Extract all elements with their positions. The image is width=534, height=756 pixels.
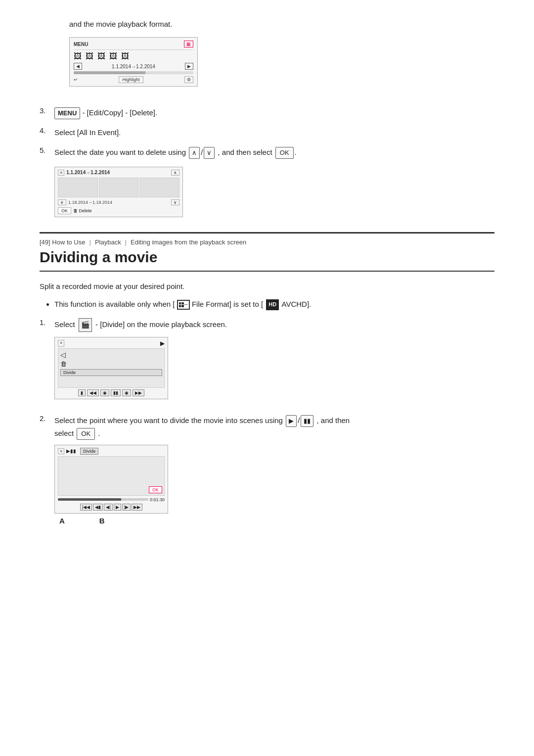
dm-cell-2: [99, 178, 139, 197]
body-text: Split a recorded movie at your desired p…: [40, 281, 494, 292]
pm-ctrl-rew: ◀◀: [87, 389, 99, 396]
bullet-text-before: This function is available only when [: [54, 300, 175, 308]
divide-icon: 🎬: [79, 318, 92, 332]
dvm-ok: OK: [149, 486, 162, 493]
dvm-divide-label: Divide: [80, 448, 98, 455]
dm-grid: [58, 178, 179, 197]
dvm-controls: |◀◀ ◀▮ ◀| ▶ |▶ ▶▶: [58, 504, 165, 511]
nav-right: ▶: [185, 63, 193, 70]
back-btn: ↩: [74, 77, 78, 82]
dvm-ctrl-1: |◀◀: [80, 504, 92, 511]
breadcrumb-sep1: |: [89, 238, 91, 246]
menu-mockup: MENU ▦ 🖼🖼🖼🖼🖼 ◀ 1.1.2014→1.2.2014 ▶ ↩ Hig…: [69, 37, 198, 87]
step-5-after: , and then select: [218, 148, 272, 156]
pm-x: ×: [58, 340, 64, 347]
dm-date-top: 1.1.2014→1.2.2014: [66, 170, 110, 175]
dm-ok-btn: OK: [58, 207, 71, 214]
pm-divide-btn: Divide: [60, 369, 162, 376]
delete-steps: 3. MENU - [Edit/Copy] - [Delete]. 4. Sel…: [40, 106, 494, 159]
dvm-time: 0:01:30: [150, 497, 165, 502]
main-steps: 1. Select 🎬 - [Divide] on the movie play…: [40, 318, 494, 525]
grid-icon: [179, 302, 184, 307]
down-key: ∨: [204, 147, 215, 159]
pm-ctrl-frame-back: ◉: [100, 389, 109, 396]
dm-delete-label: 🗑 Delete: [73, 208, 92, 213]
step-3-text: - [Edit/Copy] - [Delete].: [82, 108, 157, 117]
step-4: 4. Select [All In Event].: [40, 126, 494, 139]
bullet-item-1: This function is available only when [ ─…: [54, 298, 494, 310]
dvm-ctrl-5: |▶: [122, 504, 131, 511]
dm-cell-1: [58, 178, 98, 197]
dm-right-icon: ∨: [171, 199, 179, 205]
dvm-playstate: ▶▮▮: [66, 448, 76, 454]
dvm-ctrl-3: ◀|: [104, 504, 112, 511]
dvm-ctrl-6: ▶▶: [132, 504, 142, 511]
bullet-list: This function is available only when [ ─…: [54, 298, 494, 310]
bullet-text-mid: File Format] is set to [: [192, 300, 263, 308]
step2-ok-key: OK: [77, 428, 95, 440]
step-number-3: 3.: [40, 106, 54, 115]
dm-down: ∨: [58, 199, 66, 205]
step-3-content: MENU - [Edit/Copy] - [Delete].: [54, 106, 494, 119]
dm-x: ×: [58, 170, 64, 176]
menu-label: MENU: [74, 42, 88, 47]
main-step-1-content: Select 🎬 - [Divide] on the movie playbac…: [54, 318, 494, 407]
dm-cell-3: [139, 178, 179, 197]
step-number-4: 4.: [40, 126, 54, 135]
menu-icon-btn: ▦: [184, 41, 193, 47]
mockup-slider: [74, 71, 193, 74]
dvm-screen: OK: [58, 456, 165, 496]
main-step-2: 2. Select the point where you want to di…: [40, 414, 494, 525]
mockup-icon-row: 🖼🖼🖼🖼🖼: [74, 52, 193, 61]
step-5-content: Select the date you want to delete using…: [54, 146, 494, 159]
pm-vol: ◁: [60, 351, 162, 359]
step1-after: - [Divide] on the movie playback screen.: [95, 320, 227, 329]
intro-text: and the movie playback format.: [40, 20, 494, 28]
breadcrumb-part3: Editing images from the playback screen: [131, 238, 246, 246]
playback-mockup: × ▶ ◁ 🗑 Divide ▮ ◀◀ ◉ ▮▮ ◉ ▶▶: [54, 337, 168, 399]
step1-text: Select 🎬 - [Divide] on the movie playbac…: [54, 320, 227, 329]
settings-btn: ⚙: [184, 76, 193, 83]
ok-key: OK: [275, 147, 294, 159]
date-label: 1.1.2014→1.2.2014: [112, 64, 155, 69]
ab-labels: A B: [59, 517, 494, 525]
page-title: Dividing a movie: [40, 249, 494, 272]
pm-screen: ◁ 🗑 Divide: [58, 348, 165, 388]
step-3: 3. MENU - [Edit/Copy] - [Delete].: [40, 106, 494, 119]
main-step-2-content: Select the point where you want to divid…: [54, 414, 494, 525]
label-a: A: [59, 517, 65, 525]
pm-ctrl-pause: ▮▮: [111, 389, 121, 396]
label-b: B: [99, 517, 105, 525]
dm-date-bottom: 1.18.2014→1.19.2014: [68, 200, 112, 205]
breadcrumb-part1: [49] How to Use: [40, 238, 86, 246]
section-divider: [40, 232, 494, 234]
step2-before: Select the point where you want to divid…: [54, 416, 283, 425]
hd-icon: HD: [266, 299, 279, 310]
dvm-progress-bar: [58, 498, 148, 501]
step-5: 5. Select the date you want to delete us…: [40, 146, 494, 159]
bullet-text-end: AVCHD].: [282, 300, 312, 308]
breadcrumb-sep2: |: [125, 238, 127, 246]
step2-end: .: [98, 429, 100, 437]
play-key: ▶: [286, 415, 297, 427]
breadcrumb-part2: Playback: [95, 238, 121, 246]
file-format-icon: ─: [177, 300, 190, 310]
step2-text: Select the point where you want to divid…: [54, 416, 350, 437]
dm-up: ∧: [171, 170, 179, 176]
step-4-content: Select [All In Event].: [54, 126, 494, 139]
divide-mockup: × ▶▮▮ Divide OK 0:01:30 |◀◀ ◀▮ ◀| ▶: [54, 445, 168, 514]
main-step-1: 1. Select 🎬 - [Divide] on the movie play…: [40, 318, 494, 407]
step-5-before: Select the date you want to delete using: [54, 148, 186, 156]
pause-key: ▮▮: [301, 415, 313, 427]
pm-controls: ▮ ◀◀ ◉ ▮▮ ◉ ▶▶: [58, 389, 165, 396]
pm-ctrl-stop: ▮: [78, 389, 86, 396]
pm-ctrl-fwd: ▶▶: [133, 389, 144, 396]
pm-ctrl-frame-fwd: ◉: [122, 389, 131, 396]
dvm-progress: 0:01:30: [58, 497, 165, 502]
main-step-number-2: 2.: [40, 414, 54, 423]
step2-mid: , and then: [316, 416, 350, 425]
main-step-number-1: 1.: [40, 318, 54, 327]
dvm-ctrl-4: ▶: [114, 504, 121, 511]
dvm-ctrl-2: ◀▮: [93, 504, 103, 511]
step-number-5: 5.: [40, 146, 54, 154]
